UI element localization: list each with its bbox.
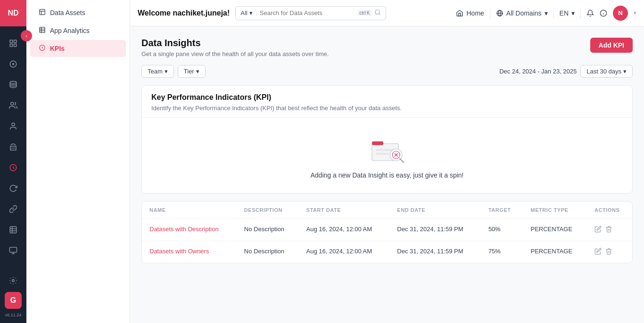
search-input[interactable] xyxy=(260,9,355,16)
svg-rect-11 xyxy=(10,247,17,252)
bell-icon xyxy=(586,9,594,17)
lang-label: EN xyxy=(560,9,569,17)
col-end-date: END DATE xyxy=(389,202,481,219)
row2-actions xyxy=(587,241,632,263)
add-kpi-button[interactable]: Add KPI xyxy=(590,38,633,53)
col-start-date: START DATE xyxy=(299,202,390,219)
rail-icon-insights[interactable] xyxy=(4,158,23,177)
rail-icon-hierarchy[interactable] xyxy=(4,96,23,115)
rail-bottom: G v6.11.24 xyxy=(4,271,23,323)
col-target: TARGET xyxy=(481,202,523,219)
svg-rect-1 xyxy=(14,40,17,42)
svg-point-5 xyxy=(13,64,14,65)
sidebar-item-app-analytics[interactable]: App Analytics xyxy=(30,22,126,39)
col-actions: ACTIONS xyxy=(587,202,632,219)
main-wrapper: Welcome nachiket.juneja! All ▾ ctrl K Ho… xyxy=(130,0,644,323)
svg-rect-2 xyxy=(10,44,12,47)
svg-rect-14 xyxy=(39,27,44,32)
domains-nav[interactable]: All Domains ▾ xyxy=(496,9,548,17)
row1-delete-button[interactable] xyxy=(605,226,612,234)
row1-name-link[interactable]: Datasets with Description xyxy=(149,226,219,233)
icon-rail: ND › xyxy=(0,0,26,323)
team-filter-button[interactable]: Team ▾ xyxy=(141,65,174,78)
rail-g-badge[interactable]: G xyxy=(5,292,22,309)
search-type-label: All xyxy=(240,9,247,16)
kbd-ctrl: ctrl xyxy=(359,10,365,16)
home-nav[interactable]: Home xyxy=(456,9,484,17)
header-divider-3 xyxy=(580,8,581,19)
lang-nav[interactable]: EN ▾ xyxy=(560,9,575,17)
insights-header: Data Insights Get a single pane view of … xyxy=(141,38,633,57)
kpi-card-header: Key Performance Indicators (KPI) Identif… xyxy=(142,86,632,117)
user-chevron[interactable]: ▾ xyxy=(634,10,636,16)
row1-target: 50% xyxy=(481,219,523,241)
lang-chevron: ▾ xyxy=(571,9,575,17)
row2-target: 75% xyxy=(481,241,523,263)
svg-rect-10 xyxy=(10,226,17,233)
row1-description: No Description xyxy=(237,219,299,241)
row2-delete-button[interactable] xyxy=(605,248,612,256)
row1-name: Datasets with Description xyxy=(142,219,237,241)
rail-icon-dashboard[interactable] xyxy=(4,34,23,53)
top-header: Welcome nachiket.juneja! All ▾ ctrl K Ho… xyxy=(130,0,644,26)
date-picker-label: Last 30 days xyxy=(586,68,621,75)
svg-rect-13 xyxy=(39,9,44,15)
svg-point-7 xyxy=(11,102,14,105)
col-name: NAME xyxy=(142,202,237,219)
filters-row: Team ▾ Tier ▾ Dec 24, 2024 - Jan 23, 202… xyxy=(141,65,633,78)
rail-icon-user[interactable] xyxy=(4,117,23,136)
sidebar-item-kpis[interactable]: KPIs xyxy=(30,40,126,57)
header-divider-2 xyxy=(553,8,554,19)
info-button[interactable] xyxy=(600,9,607,17)
domains-chevron: ▾ xyxy=(545,9,548,17)
tier-filter-chevron: ▾ xyxy=(196,68,199,75)
search-type-chevron: ▾ xyxy=(249,9,253,16)
rail-icon-table[interactable] xyxy=(4,220,23,239)
svg-point-12 xyxy=(12,280,15,282)
notifications-button[interactable] xyxy=(586,9,594,17)
table-row: Datasets with Description No Description… xyxy=(142,219,632,241)
rail-icon-compass[interactable] xyxy=(4,55,23,73)
search-icon xyxy=(374,9,381,17)
rail-icon-monitor[interactable] xyxy=(4,241,23,260)
date-range-text: Dec 24, 2024 - Jan 23, 2025 xyxy=(499,68,577,75)
data-assets-icon xyxy=(38,8,46,17)
rail-icon-settings[interactable] xyxy=(4,271,23,290)
search-type-dropdown[interactable]: All ▾ xyxy=(240,9,256,16)
app-version: v6.11.24 xyxy=(5,311,22,319)
main-content: Data Insights Get a single pane view of … xyxy=(130,26,644,323)
team-filter-label: Team xyxy=(148,68,163,75)
insights-title-block: Data Insights Get a single pane view of … xyxy=(141,38,329,57)
kpi-empty-text: Adding a new Data Insight is easy, just … xyxy=(310,171,463,179)
insights-subtitle: Get a single pane view of the health of … xyxy=(141,50,329,57)
welcome-title: Welcome nachiket.juneja! xyxy=(138,9,230,17)
tier-filter-button[interactable]: Tier ▾ xyxy=(178,65,206,78)
row1-edit-button[interactable] xyxy=(594,226,602,234)
sidebar-item-data-assets[interactable]: Data Assets xyxy=(30,4,126,21)
rail-icon-connections[interactable] xyxy=(4,200,23,218)
domains-label: All Domains xyxy=(506,9,542,17)
header-right: Home All Domains ▾ EN ▾ N ▾ xyxy=(456,6,636,21)
rail-icon-database[interactable] xyxy=(4,75,23,94)
svg-rect-20 xyxy=(372,141,383,145)
row2-start-date: Aug 16, 2024, 12:00 AM xyxy=(299,241,390,263)
insights-title: Data Insights xyxy=(141,38,329,48)
row2-metric-type: PERCENTAGE xyxy=(523,241,587,263)
rail-toggle-button[interactable]: › xyxy=(21,30,32,41)
home-icon xyxy=(456,9,463,17)
date-range-picker[interactable]: Last 30 days ▾ xyxy=(580,65,633,78)
rail-icon-refresh[interactable] xyxy=(4,179,23,198)
col-description: DESCRIPTION xyxy=(237,202,299,219)
row2-name-link[interactable]: Datasets with Owners xyxy=(149,248,209,255)
row2-edit-button[interactable] xyxy=(594,248,602,256)
svg-point-4 xyxy=(10,61,17,67)
row1-metric-type: PERCENTAGE xyxy=(523,219,587,241)
search-kbd: ctrl K xyxy=(357,10,372,16)
search-bar[interactable]: All ▾ ctrl K xyxy=(235,6,386,20)
user-avatar[interactable]: N xyxy=(613,6,628,21)
app-analytics-icon xyxy=(38,26,46,35)
rail-icon-list xyxy=(4,26,23,271)
rail-icon-building[interactable] xyxy=(4,137,23,156)
kpis-icon xyxy=(38,44,46,53)
svg-rect-3 xyxy=(14,44,17,47)
